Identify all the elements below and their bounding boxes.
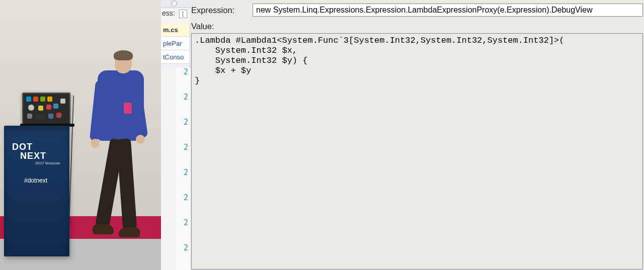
line-number: 2 <box>176 218 190 227</box>
speaker-shoe <box>93 224 114 234</box>
editor-gutter: 2 2 2 2 2 2 2 2 <box>176 67 190 270</box>
sticker <box>27 114 32 119</box>
process-dropdown[interactable]: [ <box>179 10 187 18</box>
sticker <box>60 99 65 104</box>
speaker-hand <box>91 139 100 148</box>
sticker <box>26 97 31 102</box>
sticker <box>28 105 34 111</box>
sticker <box>40 97 45 102</box>
editor-tab[interactable]: plePar <box>161 37 190 50</box>
line-number: 2 <box>176 243 190 252</box>
presenter-laptop <box>22 93 70 126</box>
sticker <box>56 113 61 118</box>
ide-toolbar <box>161 0 190 8</box>
stage-photo: DOT NEXT 2017 Moscow #dotnext <box>0 0 161 270</box>
screenshot-root: DOT NEXT 2017 Moscow #dotnext ess: [ <box>0 0 644 270</box>
sticker <box>46 105 51 110</box>
speaker-figure <box>91 50 146 241</box>
line-number: 2 <box>176 193 190 202</box>
editor-tab-label: m.cs <box>163 26 178 34</box>
podium-brand-line2: NEXT <box>20 151 46 161</box>
process-label: ess: <box>162 9 175 17</box>
speaker-badge <box>124 103 132 114</box>
line-number: 2 <box>176 118 190 127</box>
editor-tab-label: plePar <box>163 40 182 47</box>
sticker <box>33 97 38 102</box>
editor-tab[interactable]: m.cs <box>161 23 190 37</box>
sticker <box>38 106 43 111</box>
expression-label: Expression: <box>191 6 234 15</box>
sticker <box>53 104 58 109</box>
line-number: 2 <box>176 143 190 152</box>
quickwatch-panel: Expression: Value: .Lambda #Lambda1<Syst… <box>190 0 644 270</box>
speaker-shoe <box>119 227 140 237</box>
speaker-head <box>115 52 132 73</box>
line-number: 2 <box>176 93 190 102</box>
value-label: Value: <box>191 22 214 31</box>
podium-subtitle: 2017 Moscow <box>35 161 60 165</box>
speaker-leg <box>117 138 137 230</box>
speaker-hand <box>136 135 145 144</box>
editor-tab[interactable]: tConso <box>161 50 190 64</box>
speaker-torso <box>98 70 144 141</box>
podium-hashtag: #dotnext <box>24 177 47 184</box>
line-number: 2 <box>176 67 190 76</box>
value-text: .Lambda #Lambda1<System.Func`3[System.In… <box>195 36 639 86</box>
sticker <box>35 115 44 119</box>
sticker <box>48 114 53 119</box>
expression-input[interactable] <box>253 4 643 17</box>
editor-tab-label: tConso <box>163 53 184 61</box>
line-number: 2 <box>176 168 190 177</box>
podium: DOT NEXT 2017 Moscow #dotnext <box>4 126 69 256</box>
toolbar-icon <box>171 1 177 7</box>
editor-tabstrip: m.cs plePar tConso <box>161 23 190 68</box>
sticker <box>47 97 52 102</box>
value-output[interactable]: .Lambda #Lambda1<System.Func`3[System.In… <box>191 33 643 269</box>
